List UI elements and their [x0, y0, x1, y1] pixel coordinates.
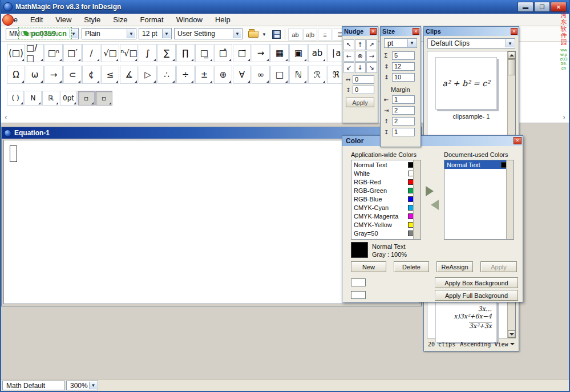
size-palette-titlebar[interactable]: Size × [381, 27, 421, 36]
app-colors-scrollbar[interactable] [413, 160, 421, 239]
size-field[interactable]: 5 [392, 51, 415, 60]
size-field[interactable]: 12 [392, 62, 415, 71]
color-list-item[interactable]: RGB-Blue [351, 195, 421, 203]
nudge-left-button[interactable]: ← [343, 51, 354, 62]
template-fraction-button[interactable]: □/□ [26, 44, 44, 62]
template-nthroot-button[interactable]: ⁿ√□ [120, 44, 138, 62]
nudge-down-left-button[interactable]: ↙ [343, 62, 354, 73]
clip-card[interactable]: 3x… x)3x²+6x−4 3x²+3x [435, 301, 497, 342]
margin-field[interactable]: 2 [392, 106, 415, 115]
user-real-button[interactable]: ℝ [42, 91, 59, 106]
scroll-down-icon[interactable] [508, 330, 515, 338]
user-n-button[interactable]: N [25, 91, 42, 106]
box-background-swatch[interactable] [351, 278, 366, 286]
symbol-leq-button[interactable]: ≤ [101, 66, 119, 84]
kerning-icon-button[interactable]: a|b [303, 29, 317, 41]
palette-scroll-left-icon[interactable]: ‹ [5, 112, 7, 122]
clips-set-combo[interactable]: Default Clips▼ [427, 38, 515, 49]
size-unit-combo[interactable]: pt▼ [384, 38, 417, 48]
template-arrow-button[interactable]: → [252, 44, 270, 62]
template-slash-button[interactable]: ∕ [82, 44, 100, 62]
color-list-item[interactable]: RGB-Red [351, 177, 421, 186]
palette-scroll-right-icon[interactable]: › [563, 112, 565, 122]
copy-left-arrow-icon[interactable] [426, 200, 439, 210]
color-list-item[interactable]: Normal Text [351, 160, 421, 169]
menu-edit[interactable]: Edit [30, 15, 43, 24]
menu-style[interactable]: Style [84, 15, 100, 24]
nudge-down-button[interactable]: ↓ [355, 62, 366, 73]
minimize-button[interactable]: ▬ [518, 2, 533, 12]
symbol-forall-button[interactable]: ∀ [233, 66, 251, 84]
symbol-doublestruck-n-button[interactable]: ℕ [289, 66, 308, 84]
open-file-dropdown[interactable]: ▼ [261, 29, 268, 40]
nudge-apply-button[interactable]: Apply [346, 98, 374, 107]
template-hat-button[interactable]: □̂ [214, 44, 232, 62]
template-underbar-button[interactable]: □̲ [195, 44, 213, 62]
symbol-cent-button[interactable]: ¢ [82, 66, 100, 84]
nudge-v-field[interactable]: 0 [353, 86, 374, 94]
open-file-button[interactable] [246, 29, 260, 40]
symbol-oplus-button[interactable]: ⊕ [214, 66, 232, 84]
doc-colors-scrollbar[interactable] [506, 160, 514, 239]
font-size-combo[interactable]: 12 pt▼ [139, 28, 172, 39]
symbol-omega-uc-button[interactable]: Ω [7, 66, 25, 84]
nudge-up-right-button[interactable]: ↗ [366, 39, 377, 50]
chevron-down-icon[interactable]: ▼ [233, 29, 241, 38]
clip-card[interactable]: a² + b² = c² [435, 57, 497, 110]
nudge-up-left-button[interactable]: ↖ [343, 39, 354, 50]
user-setting-combo[interactable]: User Setting▼ [174, 28, 242, 39]
menu-size[interactable]: Size [113, 15, 127, 24]
copy-right-arrow-icon[interactable] [426, 186, 439, 196]
template-vector-button[interactable]: □⃗ [233, 44, 251, 62]
nudge-h-field[interactable]: 0 [353, 75, 374, 84]
spacing-icon-button[interactable]: ab [288, 29, 302, 41]
app-colors-list[interactable]: Normal Text White RGB-Red RGB-Green RGB-… [351, 160, 421, 240]
maximize-button[interactable]: ❐ [534, 2, 550, 12]
delete-color-button[interactable]: Delete [394, 261, 429, 272]
close-icon[interactable]: × [514, 137, 522, 144]
apply-color-button[interactable]: Apply [480, 261, 517, 272]
close-icon[interactable]: × [413, 28, 419, 35]
nudge-up-button[interactable]: ↑ [355, 39, 366, 50]
nudge-palette-titlebar[interactable]: Nudge × [342, 27, 378, 36]
color-list-item-selected[interactable]: Normal Text [444, 160, 514, 169]
template-prime-button[interactable]: □′ [63, 44, 82, 62]
doc-colors-list[interactable]: Normal Text [444, 160, 514, 240]
symbol-triangle-button[interactable]: ▷ [139, 66, 157, 84]
nudge-center-button[interactable]: ⊗ [355, 51, 366, 62]
reassign-color-button[interactable]: ReAssign [436, 261, 473, 272]
symbol-divide-button[interactable]: ÷ [176, 66, 195, 84]
template-text-button[interactable]: ab [308, 44, 326, 62]
margin-field[interactable]: 1 [392, 128, 415, 136]
chevron-down-icon[interactable]: ▼ [127, 29, 135, 38]
nudge-right-button[interactable]: → [366, 51, 377, 62]
template-sqrt-button[interactable]: √□ [101, 44, 119, 62]
template-parentheses-button[interactable]: (□) [7, 44, 25, 62]
menu-format[interactable]: Format [140, 15, 164, 24]
menu-help[interactable]: Help [215, 15, 231, 24]
template-box-button[interactable]: ▣ [289, 44, 308, 62]
user-slot-button[interactable]: ▫ [95, 91, 112, 106]
close-icon[interactable]: × [370, 28, 377, 35]
symbol-square-button[interactable]: □ [270, 66, 289, 84]
margin-field[interactable]: 1 [392, 95, 415, 104]
align-icon-button[interactable]: ≡ [318, 29, 332, 41]
color-list-item[interactable]: White [351, 169, 421, 177]
user-slot-button[interactable]: ▫ [78, 91, 95, 106]
user-0pt-button[interactable]: 0pt [60, 91, 77, 106]
color-list-item[interactable]: CMYK-Cyan [351, 203, 421, 212]
clips-palette-titlebar[interactable]: Clips × [424, 27, 519, 36]
save-button[interactable] [269, 29, 283, 40]
font-style-combo[interactable]: Plain▼ [82, 28, 136, 39]
user-parentheses-button[interactable]: ( ) [7, 91, 24, 106]
chevron-down-icon[interactable]: ▼ [506, 39, 514, 47]
color-list-item[interactable]: Gray=50 [351, 229, 421, 237]
menu-view[interactable]: View [55, 15, 71, 24]
style-set-combo[interactable]: Math Default [2, 381, 65, 390]
zoom-combo[interactable]: 300%▼ [66, 381, 98, 390]
symbol-angle-button[interactable]: ∡ [120, 66, 138, 84]
template-product-button[interactable]: ∏ [176, 44, 195, 62]
full-background-swatch[interactable] [351, 291, 366, 299]
symbol-arrow-button[interactable]: → [45, 66, 63, 84]
chevron-down-icon[interactable]: ▼ [89, 382, 97, 389]
